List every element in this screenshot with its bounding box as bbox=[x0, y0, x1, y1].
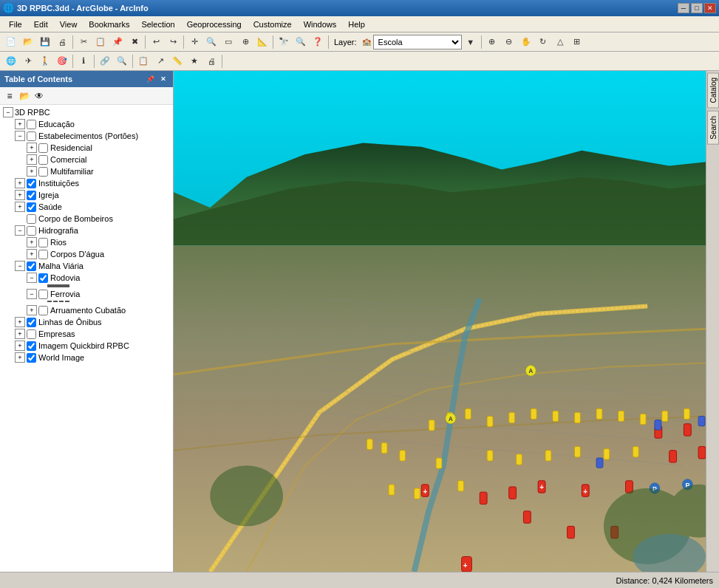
query-button[interactable]: 🔍 bbox=[114, 53, 130, 69]
delete-button[interactable]: ✖ bbox=[126, 34, 143, 50]
catalog-tab[interactable]: Catalog bbox=[707, 72, 719, 108]
minimize-button[interactable]: ─ bbox=[678, 3, 689, 13]
toc-item-rios[interactable]: + Rios bbox=[0, 236, 173, 248]
toc-source-view[interactable]: 📂 bbox=[18, 89, 31, 103]
toc-visibility-view[interactable]: 👁 bbox=[33, 89, 46, 103]
rodovia-check[interactable] bbox=[38, 273, 48, 283]
fly-button[interactable]: ✈ bbox=[20, 53, 36, 69]
toc-item-comercial[interactable]: + Comercial bbox=[0, 154, 173, 165]
toc-item-saude[interactable]: + Saúde bbox=[0, 201, 173, 213]
malha-check[interactable] bbox=[27, 261, 36, 271]
bombeiros-check[interactable] bbox=[27, 214, 36, 224]
rodovia-expand[interactable]: − bbox=[27, 273, 37, 283]
menu-customize[interactable]: Customize bbox=[248, 18, 298, 30]
corpos-expand[interactable]: + bbox=[27, 249, 37, 259]
menu-help[interactable]: Help bbox=[342, 18, 371, 30]
instituicoes-expand[interactable]: + bbox=[15, 178, 25, 188]
ferrovia-expand[interactable]: − bbox=[27, 289, 37, 299]
menu-edit[interactable]: Edit bbox=[28, 18, 54, 30]
toc-item-hidrografia[interactable]: − Hidrografia bbox=[0, 225, 173, 236]
target-button[interactable]: 🎯 bbox=[54, 53, 70, 69]
cut-button[interactable]: ✂ bbox=[75, 34, 92, 50]
menu-file[interactable]: File bbox=[3, 18, 28, 30]
arruamento-expand[interactable]: + bbox=[27, 305, 37, 315]
zoom-out-button[interactable]: ⊖ bbox=[501, 34, 517, 50]
ferrovia-check[interactable] bbox=[38, 290, 48, 299]
toc-item-rodovia[interactable]: − Rodovia bbox=[0, 272, 173, 284]
identify2-button[interactable]: ℹ bbox=[75, 53, 92, 69]
toc-item-world-image[interactable]: + World Image bbox=[0, 352, 173, 363]
saude-expand[interactable]: + bbox=[15, 202, 25, 212]
full-extent-button[interactable]: ⊞ bbox=[569, 34, 585, 50]
bookmark-button[interactable]: ★ bbox=[186, 53, 202, 69]
multifamiliar-check[interactable] bbox=[38, 167, 48, 177]
layer-dropdown-btn[interactable]: ▼ bbox=[463, 34, 479, 50]
toc-close-button[interactable]: ✕ bbox=[158, 75, 168, 83]
toc-item-empresas[interactable]: + Empresas bbox=[0, 328, 173, 340]
toc-root[interactable]: − 3D RPBC bbox=[0, 106, 173, 118]
toc-item-igreja[interactable]: + Igreja bbox=[0, 189, 173, 201]
help-btn[interactable]: ❓ bbox=[310, 34, 326, 50]
residencial-check[interactable] bbox=[38, 143, 48, 153]
educacao-expand[interactable]: + bbox=[15, 119, 25, 129]
toc-item-ferrovia[interactable]: − Ferrovia bbox=[0, 288, 173, 300]
goto-button[interactable]: 🔭 bbox=[276, 34, 292, 50]
print-button[interactable]: 🖨 bbox=[54, 34, 70, 50]
educacao-check[interactable] bbox=[27, 120, 36, 129]
globe-navigate[interactable]: 🌐 bbox=[3, 53, 19, 69]
identify-button[interactable]: ⊕ bbox=[237, 34, 253, 50]
rios-check[interactable] bbox=[38, 238, 48, 247]
quickbird-check[interactable] bbox=[27, 341, 36, 351]
empresas-check[interactable] bbox=[27, 329, 36, 339]
menu-view[interactable]: View bbox=[54, 18, 84, 30]
toc-item-educacao[interactable]: + Educação bbox=[0, 118, 173, 130]
select-button[interactable]: ▭ bbox=[220, 34, 236, 50]
walk-button[interactable]: 🚶 bbox=[37, 53, 53, 69]
toc-item-corpos-dagua[interactable]: + Corpos D'água bbox=[0, 248, 173, 260]
toc-pin-button[interactable]: 📌 bbox=[144, 75, 157, 83]
layer-button[interactable]: 📋 bbox=[135, 53, 151, 69]
toc-item-arruamento[interactable]: + Arruamento Cubatão bbox=[0, 304, 173, 316]
print2-button[interactable]: 🖨 bbox=[203, 53, 219, 69]
corpos-check[interactable] bbox=[38, 250, 48, 259]
hyperlink-button[interactable]: 🔗 bbox=[97, 53, 113, 69]
maximize-button[interactable]: □ bbox=[691, 3, 703, 13]
toc-item-residencial[interactable]: + Residencial bbox=[0, 142, 173, 154]
rios-expand[interactable]: + bbox=[27, 237, 37, 247]
igreja-check[interactable] bbox=[27, 191, 36, 200]
rotate-button[interactable]: ↻ bbox=[535, 34, 551, 50]
zoom-in-button[interactable]: ⊕ bbox=[484, 34, 500, 50]
menu-windows[interactable]: Windows bbox=[298, 18, 343, 30]
residencial-expand[interactable]: + bbox=[27, 143, 37, 153]
igreja-expand[interactable]: + bbox=[15, 190, 25, 200]
world-image-expand[interactable]: + bbox=[15, 352, 25, 363]
comercial-expand[interactable]: + bbox=[27, 154, 37, 165]
arruamento-check[interactable] bbox=[38, 306, 48, 315]
linhas-expand[interactable]: + bbox=[15, 317, 25, 327]
pan-button[interactable]: ✋ bbox=[518, 34, 534, 50]
instituicoes-check[interactable] bbox=[27, 179, 36, 188]
search-tab[interactable]: Search bbox=[707, 111, 719, 145]
toc-item-linhas-onibus[interactable]: + Linhas de Ônibus bbox=[0, 316, 173, 328]
menu-geoprocessing[interactable]: Geoprocessing bbox=[181, 18, 248, 30]
hidrografia-check[interactable] bbox=[27, 226, 36, 236]
multifamiliar-expand[interactable]: + bbox=[27, 166, 37, 177]
quickbird-expand[interactable]: + bbox=[15, 341, 25, 351]
toc-item-malha-viaria[interactable]: − Malha Viária bbox=[0, 260, 173, 272]
navigate-button[interactable]: ✛ bbox=[186, 34, 202, 50]
toc-item-instituicoes[interactable]: + Instituições bbox=[0, 177, 173, 189]
close-button[interactable]: ✕ bbox=[704, 3, 716, 13]
paste-button[interactable]: 📌 bbox=[109, 34, 126, 50]
goto2-button[interactable]: ↗ bbox=[152, 53, 168, 69]
menu-selection[interactable]: Selection bbox=[135, 18, 180, 30]
find-button[interactable]: 🔍 bbox=[293, 34, 309, 50]
layer-select[interactable]: Escola bbox=[373, 35, 462, 49]
toc-item-estabelecimentos[interactable]: − Estabelecimentos (Portões) bbox=[0, 130, 173, 142]
world-image-check[interactable] bbox=[27, 353, 36, 363]
save-button[interactable]: 💾 bbox=[37, 34, 53, 50]
toc-item-multifamiliar[interactable]: + Multifamiliar bbox=[0, 165, 173, 177]
redo-button[interactable]: ↪ bbox=[165, 34, 181, 50]
zoom-button[interactable]: 🔍 bbox=[203, 34, 219, 50]
hidrografia-expand[interactable]: − bbox=[15, 225, 25, 236]
menu-bookmarks[interactable]: Bookmarks bbox=[83, 18, 135, 30]
